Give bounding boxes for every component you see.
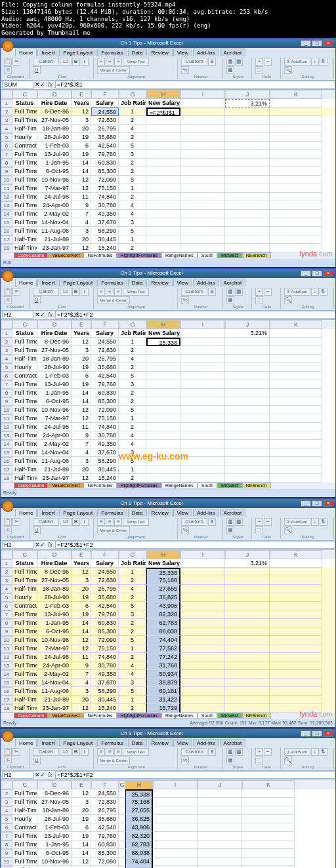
cell-h7[interactable]: 82,320 — [146, 610, 180, 619]
font-size-selector[interactable]: 10 — [60, 288, 72, 296]
close-button[interactable]: × — [323, 270, 333, 277]
cell-c5[interactable]: Hourly — [12, 133, 37, 142]
cell-h4[interactable]: 27,655 — [125, 806, 153, 815]
sheet-tab-highlightformulas[interactable]: HighlightFormulas — [117, 483, 161, 488]
col-header-K[interactable]: K — [270, 550, 322, 559]
cell-g3[interactable]: 2 — [119, 116, 146, 125]
cell-e3[interactable]: 3 — [72, 116, 91, 125]
row-header-11[interactable]: 11 — [1, 644, 12, 653]
fill-button[interactable]: ↓ — [311, 748, 319, 756]
cell-e10[interactable]: 12 — [72, 176, 91, 184]
ribbon-tab-data[interactable]: Data — [128, 279, 147, 286]
cell-h9[interactable] — [146, 397, 180, 406]
cell-d4[interactable]: 18-Jan-89 — [37, 125, 72, 133]
col-header-G[interactable]: G — [119, 320, 146, 329]
fx-icon[interactable]: fx — [45, 81, 55, 88]
row-header-13[interactable]: 13 — [1, 661, 12, 670]
cell-f5[interactable]: 35,680 — [91, 133, 119, 142]
format-cells-button[interactable]: ⬚ — [255, 296, 263, 304]
header-status[interactable]: Status — [12, 99, 37, 108]
enter-icon[interactable]: ✓ — [40, 311, 45, 318]
row-header-2[interactable]: 2 — [1, 789, 12, 798]
underline-button[interactable]: U — [33, 296, 41, 304]
ribbon-tab-acrobat[interactable]: Acrobat — [220, 279, 246, 286]
paste-button[interactable]: 📋 — [4, 518, 12, 526]
col-header-D[interactable]: D — [37, 550, 72, 559]
row-header-18[interactable]: 18 — [1, 704, 12, 713]
cut-button[interactable]: ✂ — [12, 748, 20, 756]
row-header-14[interactable]: 14 — [1, 440, 12, 448]
format-cells-button[interactable]: ⬚ — [255, 526, 263, 534]
row-header-2[interactable]: 2 — [1, 568, 12, 576]
cell-h18[interactable] — [146, 244, 180, 252]
cell-g13[interactable]: 4 — [119, 201, 146, 210]
ribbon-tab-data[interactable]: Data — [128, 739, 147, 747]
select-all-corner[interactable] — [1, 780, 12, 789]
row-header-5[interactable]: 5 — [1, 363, 12, 372]
ribbon-tab-acrobat[interactable]: Acrobat — [220, 49, 246, 56]
row-header-8[interactable]: 8 — [1, 619, 12, 627]
fx-icon[interactable]: fx — [45, 542, 55, 548]
col-header-E[interactable]: E — [72, 780, 91, 789]
copy-button[interactable]: ⎘ — [4, 757, 12, 764]
cell-f9[interactable]: 85,300 — [91, 167, 119, 176]
sort-filter-button[interactable]: ⇅ — [320, 288, 327, 296]
ribbon-tab-add-ins[interactable]: Add-Ins — [193, 739, 219, 747]
cell-d11[interactable]: 7-Mar-97 — [37, 184, 72, 193]
cancel-icon[interactable]: ✕ — [35, 542, 40, 548]
cell-h2[interactable]: 25,338 — [146, 568, 180, 576]
row-header-10[interactable]: 10 — [1, 406, 12, 414]
ribbon-tab-view[interactable]: View — [173, 49, 192, 56]
fill-button[interactable]: ↓ — [311, 288, 319, 296]
row-header-8[interactable]: 8 — [1, 840, 12, 849]
cell-g8[interactable]: 2 — [119, 159, 146, 167]
cell-c9[interactable]: Full Time — [12, 167, 37, 176]
format-cells-button[interactable]: ⬚ — [255, 66, 263, 74]
cell-h11[interactable] — [146, 414, 180, 423]
ribbon-tab-add-ins[interactable]: Add-Ins — [193, 279, 219, 286]
cell-f12[interactable]: 74,840 — [91, 193, 119, 201]
cell-h10[interactable] — [146, 176, 180, 184]
fill-button[interactable]: ↓ — [311, 58, 319, 66]
cell-f16[interactable]: 58,290 — [91, 227, 119, 235]
header-hiredate[interactable]: Hire Date — [37, 99, 72, 108]
cell-h12[interactable] — [146, 423, 180, 431]
cell-e9[interactable]: 14 — [72, 167, 91, 176]
italic-button[interactable]: I — [81, 58, 89, 66]
cell-h6[interactable] — [146, 372, 180, 380]
bold-button[interactable]: B — [72, 288, 80, 296]
col-header-E[interactable]: E — [72, 320, 91, 329]
cell-f18[interactable]: 15,240 — [91, 244, 119, 252]
delete-cells-button[interactable]: − — [264, 288, 272, 296]
cut-button[interactable]: ✂ — [12, 288, 20, 296]
row-header-1[interactable]: 1 — [1, 559, 12, 568]
cell-d18[interactable]: 23-Jan-97 — [37, 244, 72, 252]
cell-g7[interactable]: 3 — [119, 150, 146, 159]
cell-c17[interactable]: Half-Time — [12, 235, 37, 244]
percent-button[interactable]: % — [181, 296, 189, 304]
sheet-tab-highlightformulas[interactable]: HighlightFormulas — [117, 713, 161, 719]
cell-f13[interactable]: 30,780 — [91, 201, 119, 210]
insert-cells-button[interactable]: + — [255, 518, 263, 526]
sheet-tab-nebranch[interactable]: NEBranch — [242, 483, 271, 488]
ribbon-tab-acrobat[interactable]: Acrobat — [220, 739, 246, 747]
col-header-J[interactable]: J — [225, 550, 270, 559]
cell-g4[interactable]: 4 — [119, 125, 146, 133]
currency-button[interactable]: $ — [208, 288, 216, 296]
autosum-button[interactable]: Σ AutoSum — [284, 518, 310, 526]
copy-button[interactable]: ⎘ — [4, 526, 12, 534]
ribbon-tab-home[interactable]: Home — [15, 279, 37, 286]
cell-f7[interactable]: 79,760 — [91, 150, 119, 159]
cell-e12[interactable]: 11 — [72, 193, 91, 201]
sort-filter-button[interactable]: ⇅ — [320, 518, 327, 526]
currency-button[interactable]: $ — [208, 58, 216, 66]
cell-h4[interactable] — [146, 125, 180, 133]
bold-button[interactable]: B — [72, 518, 80, 526]
cell-h8[interactable] — [146, 159, 180, 167]
cell-h10[interactable] — [146, 406, 180, 414]
cell-h11[interactable] — [146, 184, 180, 193]
cell-h3[interactable] — [146, 346, 180, 355]
wrap-text-button[interactable]: Wrap Text — [123, 288, 149, 296]
align-left-button[interactable]: ≡ — [97, 748, 105, 756]
ribbon-tab-insert[interactable]: Insert — [37, 509, 58, 517]
